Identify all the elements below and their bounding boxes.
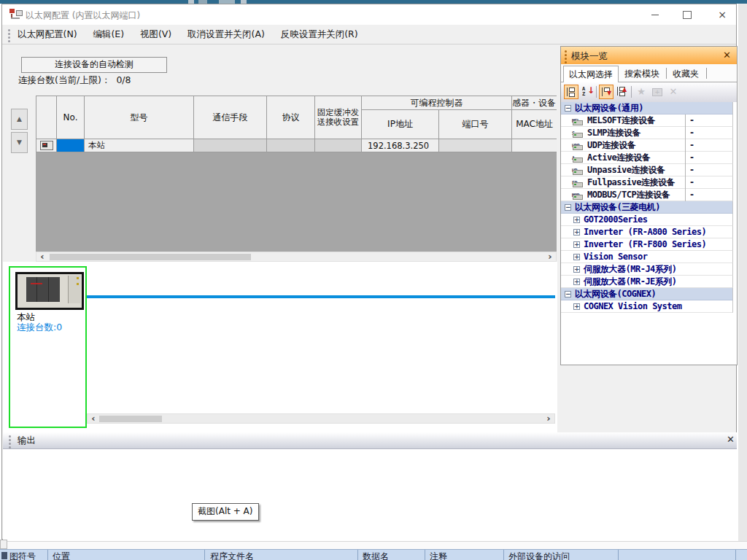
row-port-cell[interactable]	[439, 139, 512, 152]
move-row-down-button[interactable]: ▼	[11, 132, 28, 153]
dialog-titlebar[interactable]: 以太网配置 (内置以太网端口) ×	[2, 4, 736, 25]
tree-item-melsoft[interactable]: MEL MELSOFT连接设备 -	[561, 114, 733, 127]
sort-az-icon[interactable]: AZ↓	[580, 85, 595, 99]
expand-icon[interactable]: +	[573, 279, 580, 285]
module-tree: − 以太网设备(通用) MEL MELSOFT连接设备 - S SLMP连接设备…	[561, 102, 737, 365]
menu-cancel-close[interactable]: 取消设置并关闭(A)	[181, 25, 271, 44]
favorite-star-icon[interactable]: ★	[634, 85, 649, 99]
tree-item-inverter-f800[interactable]: + Inverter (FR-F800 Series)	[561, 238, 733, 251]
output-panel-header[interactable]: 输出 ✕	[3, 432, 737, 449]
network-diagram-area[interactable]: 本站 连接台数:0 ‹ ›	[3, 262, 557, 432]
output-panel-close-icon[interactable]: ✕	[727, 434, 735, 445]
header-ip[interactable]: IP地址	[362, 110, 439, 139]
expand-icon[interactable]: +	[573, 217, 580, 223]
device-icon: A	[572, 152, 586, 163]
tab-favorites[interactable]: 收藏夹	[667, 66, 704, 82]
row-model-cell[interactable]: 本站	[85, 139, 194, 152]
tree-item-value: -	[685, 176, 733, 189]
collapse-icon[interactable]: −	[565, 105, 571, 112]
drag-handle-icon[interactable]	[565, 50, 567, 65]
module-panel-header[interactable]: 模块一览 ✕	[561, 47, 737, 65]
tab-ethernet-selection[interactable]: 以太网选择	[563, 66, 619, 84]
module-panel-tabs: 以太网选择 搜索模块 收藏夹	[561, 64, 737, 82]
maximize-button[interactable]	[676, 7, 698, 23]
row-comm-cell	[194, 139, 267, 152]
device-icon: UP	[572, 165, 586, 175]
station-connection-count: 连接台数:0	[17, 322, 62, 334]
canvas-horizontal-scrollbar[interactable]: ‹ ›	[87, 413, 555, 424]
output-panel-title: 输出	[18, 435, 36, 447]
menu-apply-close[interactable]: 反映设置并关闭(R)	[274, 25, 365, 44]
tree-item-servo-mrje[interactable]: + 伺服放大器(MR-JE系列)	[561, 276, 733, 288]
tree-item-fullpassive[interactable]: FP Fullpassive连接设备 -	[561, 176, 733, 189]
header-mac[interactable]: MAC地址	[512, 110, 557, 139]
tree-item-value: -	[685, 152, 733, 164]
drag-handle-icon[interactable]	[8, 29, 10, 44]
expand-icon[interactable]: +	[573, 254, 580, 260]
scroll-right-icon[interactable]: ›	[544, 414, 553, 423]
tree-item-got2000[interactable]: + GOT2000Series	[561, 214, 733, 226]
menu-edit[interactable]: 编辑(E)	[86, 25, 131, 44]
tree-section-label: 以太网设备(通用)	[575, 102, 643, 114]
minimize-button[interactable]	[644, 7, 666, 23]
header-model[interactable]: 型号	[85, 96, 194, 139]
module-panel-toolbar: AZ↓ ▼ ▲ ★ + ✕	[561, 82, 737, 103]
tab-search-module[interactable]: 搜索模块	[619, 66, 665, 82]
expand-icon[interactable]: +	[573, 241, 580, 248]
header-protocol[interactable]: 协议	[267, 96, 315, 139]
scroll-left-icon[interactable]: ‹	[89, 414, 98, 423]
drag-handle-icon[interactable]	[9, 435, 11, 450]
tree-item-cognex-vision[interactable]: + COGNEX Vision System	[561, 300, 733, 313]
row-mac-cell	[512, 139, 557, 152]
scrollbar-thumb[interactable]	[50, 254, 251, 260]
tree-view-icon[interactable]	[564, 85, 578, 99]
row-no-cell-selected[interactable]	[57, 139, 85, 152]
selected-station-box[interactable]: 本站 连接台数:0	[9, 266, 87, 428]
header-no[interactable]: No.	[57, 96, 85, 139]
scroll-left-icon[interactable]: ‹	[38, 252, 47, 261]
header-fixed-buffer[interactable]: 固定缓冲发 送接收设置	[315, 96, 362, 139]
device-icon: FP	[572, 177, 586, 187]
header-icon-col[interactable]	[36, 96, 57, 139]
tab-separator	[706, 68, 707, 79]
scroll-right-icon[interactable]: ›	[546, 252, 554, 261]
row-ip-cell[interactable]: 192.168.3.250	[362, 139, 439, 152]
expand-icon[interactable]: +	[573, 266, 580, 273]
table-horizontal-scrollbar[interactable]: ‹ ›	[36, 252, 557, 262]
module-panel-close-icon[interactable]: ✕	[723, 50, 731, 61]
tree-item-inverter-a800[interactable]: + Inverter (FR-A800 Series)	[561, 226, 733, 238]
add-to-folder-icon[interactable]: +	[650, 85, 665, 99]
tree-item-label: Vision Sensor	[584, 251, 647, 263]
tree-item-vision-sensor[interactable]: + Vision Sensor	[561, 251, 733, 263]
menu-ethernet-config[interactable]: 以太网配置(N)	[11, 25, 84, 44]
collapse-icon[interactable]: −	[565, 204, 571, 211]
row-icon-cell[interactable]	[36, 139, 57, 152]
expand-icon[interactable]: +	[573, 303, 580, 310]
collapse-tree-icon[interactable]: ▼	[599, 85, 614, 99]
tree-item-udp[interactable]: UDP UDP连接设备 -	[561, 139, 733, 152]
delete-icon[interactable]: ✕	[666, 85, 681, 99]
tree-item-unpassive[interactable]: UP Unpassive连接设备 -	[561, 164, 733, 176]
tree-section-mitsubishi[interactable]: − 以太网设备(三菱电机)	[561, 201, 733, 214]
tree-item-slmp[interactable]: S SLMP连接设备 -	[561, 127, 733, 139]
status-separator	[735, 550, 736, 560]
header-comm[interactable]: 通信手段	[194, 96, 267, 139]
move-row-up-button[interactable]: ▲	[11, 109, 28, 130]
status-data-name: 数据名	[363, 551, 389, 560]
scrollbar-thumb[interactable]	[99, 416, 162, 422]
close-button[interactable]: ×	[711, 7, 733, 23]
auto-detect-button[interactable]: 连接设备的自动检测	[21, 57, 167, 73]
tree-item-active[interactable]: A Active连接设备 -	[561, 152, 733, 164]
tree-section-general[interactable]: − 以太网设备(通用)	[561, 102, 733, 114]
background-window-edge	[738, 4, 747, 560]
tree-section-cognex[interactable]: − 以太网设备(COGNEX)	[561, 288, 733, 300]
status-external-access: 外部设备的访问	[508, 551, 570, 560]
header-port[interactable]: 端口号	[439, 110, 512, 139]
module-panel-title: 模块一览	[571, 50, 608, 63]
tree-item-modbus[interactable]: MOD MODBUS/TCP连接设备 -	[561, 189, 733, 201]
collapse-icon[interactable]: −	[565, 291, 571, 298]
menu-view[interactable]: 视图(V)	[133, 25, 178, 44]
expand-icon[interactable]: +	[573, 229, 580, 236]
tree-item-servo-mrj4[interactable]: + 伺服放大器(MR-J4系列)	[561, 263, 733, 276]
expand-tree-icon[interactable]: ▲	[615, 85, 630, 99]
